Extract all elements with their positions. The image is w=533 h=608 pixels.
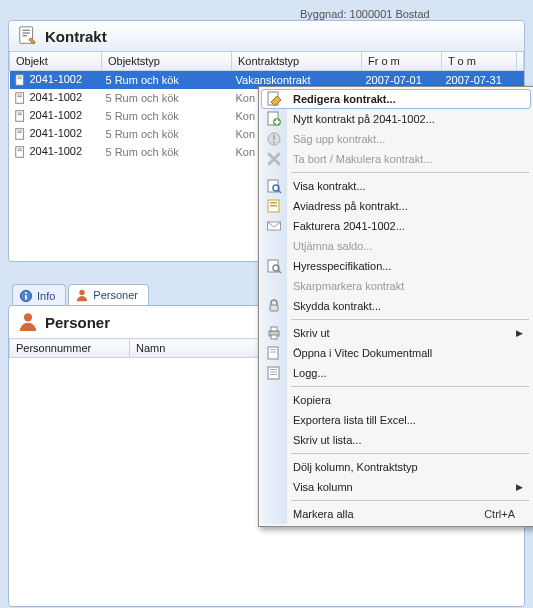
svg-line-34 (278, 190, 281, 193)
mail-icon (266, 218, 282, 234)
row-doc-icon (14, 127, 28, 141)
personer-title: Personer (45, 314, 110, 331)
svg-rect-20 (25, 295, 27, 299)
svg-rect-44 (271, 327, 277, 331)
svg-rect-15 (17, 132, 21, 133)
svg-rect-4 (15, 75, 23, 86)
svg-rect-36 (270, 202, 277, 204)
context-menu: Redigera kontrakt... Nytt kontrakt på 20… (258, 86, 533, 527)
svg-rect-13 (15, 129, 23, 140)
lock-icon (266, 298, 282, 314)
svg-rect-2 (23, 32, 30, 33)
menu-terminate-contract[interactable]: Säg upp kontrakt... (261, 129, 531, 149)
kontrakt-header: Kontrakt (9, 21, 524, 52)
svg-line-41 (278, 270, 281, 273)
menu-showcol-label: Visa kolumn (293, 481, 353, 493)
menu-openvitec-label: Öppna i Vitec Dokumentmall (293, 347, 432, 359)
menu-delete-label: Ta bort / Makulera kontrakt... (293, 153, 432, 165)
svg-rect-45 (271, 335, 277, 339)
menu-new-contract[interactable]: Nytt kontrakt på 2041-1002... (261, 109, 531, 129)
svg-rect-17 (17, 149, 21, 150)
col-tom[interactable]: T o m (442, 52, 517, 71)
delete-icon (266, 151, 282, 167)
col-from[interactable]: Fr o m (362, 52, 442, 71)
menu-invoice[interactable]: Fakturera 2041-1002... (261, 216, 531, 236)
svg-rect-9 (17, 96, 21, 97)
menu-hidecol-label: Dölj kolumn, Kontraktstyp (293, 461, 418, 473)
menu-selectall-label: Markera alla (293, 508, 354, 520)
svg-rect-47 (270, 349, 276, 350)
svg-rect-51 (270, 372, 277, 373)
pcol-namn[interactable]: Namn (130, 339, 270, 358)
menu-sharpmark-label: Skarpmarkera kontrakt (293, 280, 404, 292)
menu-balance-label: Utjämna saldo... (293, 240, 372, 252)
menu-show-col[interactable]: Visa kolumn ▶ (261, 477, 531, 497)
menu-view-label: Visa kontrakt... (293, 180, 366, 192)
menu-log[interactable]: Logg... (261, 363, 531, 383)
menu-print[interactable]: Skriv ut ▶ (261, 323, 531, 343)
menu-exportexcel-label: Exportera lista till Excel... (293, 414, 416, 426)
menu-hide-col[interactable]: Dölj kolumn, Kontraktstyp (261, 457, 531, 477)
svg-rect-1 (23, 30, 30, 31)
svg-point-22 (80, 290, 85, 295)
svg-rect-49 (268, 367, 279, 379)
tab-info-label: Info (37, 290, 55, 302)
menu-avi-address[interactable]: Aviadress på kontrakt... (261, 196, 531, 216)
svg-rect-7 (15, 93, 23, 104)
svg-rect-31 (273, 142, 275, 144)
svg-point-21 (25, 291, 27, 293)
row-doc-icon (14, 91, 28, 105)
menu-balance[interactable]: Utjämna saldo... (261, 236, 531, 256)
svg-rect-42 (270, 305, 278, 311)
col-objektstyp[interactable]: Objektstyp (102, 52, 232, 71)
svg-rect-28 (275, 121, 280, 123)
svg-rect-16 (15, 147, 23, 158)
svg-rect-8 (17, 95, 21, 96)
svg-rect-30 (273, 135, 275, 140)
svg-rect-18 (17, 150, 21, 151)
menu-select-all[interactable]: Markera alla Ctrl+A (261, 504, 531, 524)
svg-rect-12 (17, 114, 21, 115)
svg-rect-50 (270, 369, 277, 370)
col-hy[interactable]: Hy (517, 52, 524, 71)
menu-edit-contract[interactable]: Redigera kontrakt... (261, 89, 531, 109)
menu-new-label: Nytt kontrakt på 2041-1002... (293, 113, 435, 125)
menu-selectall-shortcut: Ctrl+A (484, 508, 515, 520)
menu-delete-contract[interactable]: Ta bort / Makulera kontrakt... (261, 149, 531, 169)
menu-print-list[interactable]: Skriv ut lista... (261, 430, 531, 450)
top-info: Byggnad: 1000001 Bostad (300, 8, 430, 20)
menu-edit-label: Redigera kontrakt... (293, 93, 396, 105)
svg-rect-11 (17, 113, 21, 114)
menu-copy[interactable]: Kopiera (261, 390, 531, 410)
menu-view-contract[interactable]: Visa kontrakt... (261, 176, 531, 196)
svg-rect-46 (268, 347, 278, 359)
svg-rect-37 (270, 205, 277, 207)
tab-personer[interactable]: Personer (68, 284, 149, 306)
menu-copy-label: Kopiera (293, 394, 331, 406)
person-big-icon (17, 310, 39, 334)
svg-rect-5 (17, 77, 21, 78)
menu-rent-spec[interactable]: Hyresspecifikation... (261, 256, 531, 276)
menu-protect[interactable]: Skydda kontrakt... (261, 296, 531, 316)
view-icon (266, 178, 282, 194)
menu-open-vitec[interactable]: Öppna i Vitec Dokumentmall (261, 343, 531, 363)
tab-info[interactable]: Info (12, 284, 66, 306)
svg-rect-6 (17, 78, 21, 79)
info-icon (19, 289, 33, 303)
col-kontraktstyp[interactable]: Kontraktstyp (232, 52, 362, 71)
template-icon (266, 345, 282, 361)
menu-printlist-label: Skriv ut lista... (293, 434, 361, 446)
row-doc-icon (14, 109, 28, 123)
kontrakt-title: Kontrakt (45, 28, 107, 45)
address-icon (266, 198, 282, 214)
menu-rentspec-label: Hyresspecifikation... (293, 260, 391, 272)
menu-export-excel[interactable]: Exportera lista till Excel... (261, 410, 531, 430)
pcol-personnummer[interactable]: Personnummer (10, 339, 130, 358)
menu-protect-label: Skydda kontrakt... (293, 300, 381, 312)
col-objekt[interactable]: Objekt (10, 52, 102, 71)
row-doc-icon (14, 145, 28, 159)
menu-sharpmark[interactable]: Skarpmarkera kontrakt (261, 276, 531, 296)
printer-icon (266, 325, 282, 341)
svg-rect-52 (270, 374, 277, 375)
log-icon (266, 365, 282, 381)
